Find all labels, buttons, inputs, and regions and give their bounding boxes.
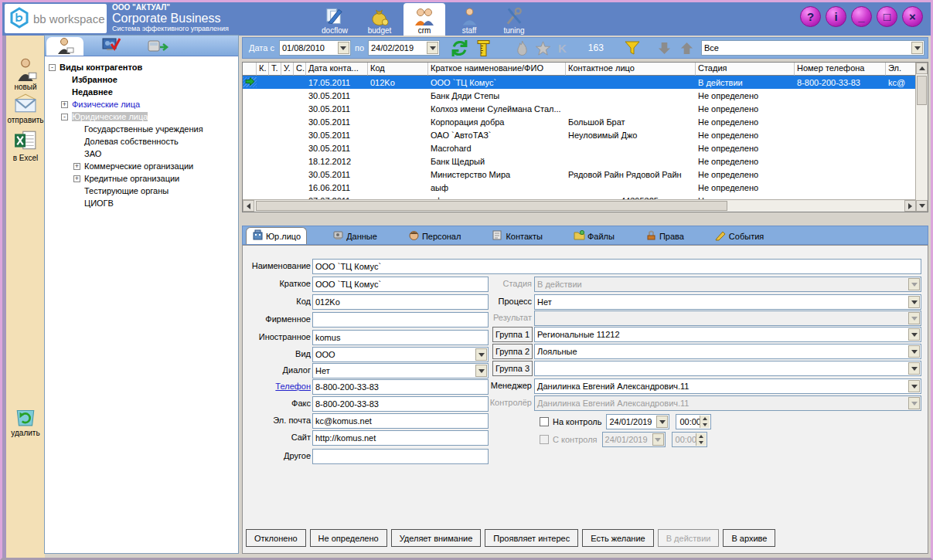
- tree-item[interactable]: Недавнее: [45, 86, 238, 98]
- site-field[interactable]: http://komus.net: [312, 430, 489, 446]
- module-staff[interactable]: staff: [448, 3, 490, 36]
- collapse-icon[interactable]: -: [61, 114, 68, 120]
- move-up-icon[interactable]: [680, 41, 693, 56]
- table-row[interactable]: 30.05.2011ОАО `АвтоТАЗ`Неуловимый ДжоНе …: [243, 128, 928, 141]
- tree-item[interactable]: +Коммерческие организации: [45, 160, 238, 172]
- table-row[interactable]: 30.05.2011Корпорация добраБольшой БратНе…: [243, 115, 928, 128]
- close-button[interactable]: ×: [902, 6, 923, 27]
- date-from-select[interactable]: 01/08/2010: [279, 40, 351, 56]
- expand-icon[interactable]: +: [73, 175, 80, 182]
- email-field[interactable]: kc@komus.net: [312, 413, 489, 429]
- table-row[interactable]: 30.05.2011Банк Дяди СтепыНе определено: [243, 89, 928, 102]
- tree-item[interactable]: ЦИОГВ: [45, 197, 238, 209]
- expand-icon[interactable]: +: [73, 163, 80, 170]
- stage-button[interactable]: Проявляет интерес: [485, 529, 578, 547]
- table-row[interactable]: 07.07.2011афтотаочвлвачвлвап 44395325 чв…: [243, 194, 928, 199]
- module-budget[interactable]: budget: [359, 3, 400, 36]
- sidebar-action-send[interactable]: отправить: [6, 93, 45, 124]
- table-row[interactable]: 16.06.2011аыфНе определено: [243, 181, 928, 194]
- scroll-left-icon[interactable]: [243, 200, 254, 212]
- module-crm[interactable]: crm: [404, 3, 445, 36]
- stage-button[interactable]: Уделяет внимание: [391, 529, 482, 547]
- tab-jurlico[interactable]: Юр.лицо: [246, 227, 307, 244]
- on-control-time[interactable]: 00:00: [676, 414, 711, 429]
- process-dropdown-icon[interactable]: [908, 296, 920, 308]
- stage-button[interactable]: Отклонено: [246, 529, 306, 547]
- scroll-right-icon[interactable]: [904, 200, 916, 212]
- other-field[interactable]: [312, 449, 489, 464]
- sidebar-action-delete[interactable]: удалить: [6, 404, 45, 437]
- minimize-button[interactable]: _: [851, 6, 872, 27]
- sidebar-action-excel[interactable]: в Excel: [6, 129, 45, 162]
- group3-button[interactable]: Группа 3: [492, 361, 533, 376]
- date-to-select[interactable]: 24/02/2019: [368, 40, 440, 56]
- module-docflow[interactable]: docflow: [314, 3, 356, 36]
- module-tuning[interactable]: tuning: [493, 3, 535, 36]
- column-header[interactable]: Номер телефона: [795, 63, 886, 76]
- group2-select[interactable]: Лояльные: [534, 344, 921, 359]
- group2-dropdown-icon[interactable]: [908, 345, 920, 358]
- column-header[interactable]: Т.: [269, 63, 281, 76]
- refresh-icon[interactable]: [451, 39, 468, 57]
- column-header[interactable]: Стадия: [696, 63, 795, 76]
- column-header[interactable]: Код: [368, 63, 428, 76]
- stage-button[interactable]: Не определено: [310, 529, 387, 547]
- process-select[interactable]: Нет: [534, 294, 921, 310]
- date-from-dropdown-icon[interactable]: [338, 42, 349, 54]
- tab-faily[interactable]: Файлы: [568, 228, 620, 244]
- tree-item[interactable]: +Кредитные организации: [45, 172, 238, 185]
- tab-prava[interactable]: Права: [640, 228, 690, 244]
- hscroll-thumb[interactable]: [256, 201, 727, 211]
- column-header[interactable]: К.: [257, 63, 269, 76]
- scope-select[interactable]: Все: [701, 40, 924, 56]
- table-row[interactable]: 30.05.2011MacrohardНе определено: [243, 141, 928, 154]
- tree-item[interactable]: Долевая собственность: [45, 135, 238, 148]
- vertical-scrollbar[interactable]: [915, 63, 928, 212]
- tab-personal[interactable]: Персонал: [403, 228, 467, 244]
- tree-item[interactable]: -Юридические лица: [45, 110, 238, 123]
- help-button[interactable]: ?: [800, 6, 821, 27]
- stage-button[interactable]: Есть желание: [582, 529, 654, 547]
- column-header[interactable]: С.: [294, 63, 306, 76]
- scroll-up-icon[interactable]: [916, 63, 928, 74]
- manager-dropdown-icon[interactable]: [908, 380, 920, 392]
- stage-button[interactable]: В архиве: [723, 529, 775, 547]
- name-field[interactable]: ООО `ТЦ Комус`: [312, 259, 921, 274]
- filter-funnel-icon[interactable]: [624, 39, 641, 56]
- group1-dropdown-icon[interactable]: [908, 328, 920, 341]
- tree-item[interactable]: -Виды контрагентов: [45, 61, 238, 73]
- tab-dannye[interactable]: Данные: [327, 228, 383, 244]
- horizontal-scrollbar[interactable]: [243, 199, 916, 212]
- tab-kontakty[interactable]: Контакты: [486, 228, 548, 244]
- group1-button[interactable]: Группа 1: [492, 327, 533, 342]
- tree-item[interactable]: Государственные учреждения: [45, 123, 238, 135]
- tree-item[interactable]: Тестирующие органы: [45, 185, 238, 197]
- group3-dropdown-icon[interactable]: [908, 362, 920, 375]
- tree-tab-contractors[interactable]: [46, 37, 83, 56]
- date-to-dropdown-icon[interactable]: [427, 42, 438, 54]
- column-header[interactable]: У.: [281, 63, 294, 76]
- collapse-icon[interactable]: -: [49, 64, 56, 71]
- group3-select[interactable]: [534, 361, 921, 376]
- manager-select[interactable]: Данилинка Евгений Александрович.11: [534, 378, 921, 394]
- column-header[interactable]: Краткое наименование/ФИО: [428, 63, 566, 76]
- info-button[interactable]: i: [826, 6, 846, 27]
- time-spinner-icons[interactable]: [700, 416, 710, 428]
- table-row[interactable]: 30.05.2011Министерство МираРядовой Райн …: [243, 168, 928, 181]
- table-row[interactable]: 18.12.2012Банк ЩедрыйНе определено: [243, 154, 928, 168]
- tree-tab-processing[interactable]: [93, 37, 130, 56]
- column-header[interactable]: Контактное лицо: [566, 63, 696, 76]
- vscroll-thumb[interactable]: [917, 76, 927, 105]
- ruler-icon[interactable]: [475, 39, 492, 57]
- column-header[interactable]: [243, 63, 257, 76]
- tree-item[interactable]: Избранное: [45, 73, 238, 86]
- table-row[interactable]: 17.05.2011012KoООО `ТЦ Комус`В действии8…: [243, 76, 928, 89]
- on-control-date-dropdown-icon[interactable]: [656, 416, 668, 428]
- column-header[interactable]: Дата конта...: [306, 63, 368, 76]
- on-control-checkbox[interactable]: [540, 417, 549, 426]
- on-control-date[interactable]: 24/01/2019: [606, 414, 669, 429]
- table-row[interactable]: 30.05.2011Колхоз имени Сулеймана Стал...…: [243, 102, 928, 115]
- tab-sobytia[interactable]: События: [710, 228, 769, 244]
- sidebar-action-new[interactable]: новый: [6, 56, 45, 91]
- group2-button[interactable]: Группа 2: [492, 344, 533, 359]
